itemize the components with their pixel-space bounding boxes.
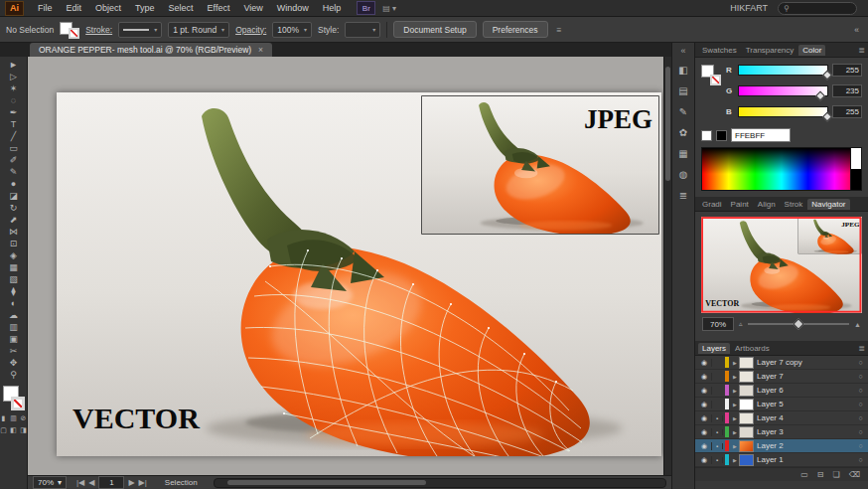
document-setup-button[interactable]: Document Setup — [393, 21, 476, 38]
layer-name[interactable]: Layer 4 — [757, 413, 855, 422]
color-fill-stroke-proxy[interactable] — [701, 64, 721, 85]
none-button[interactable]: ⊘ — [20, 414, 27, 422]
search-box[interactable]: ⚲ — [778, 2, 857, 15]
align-menu-icon[interactable]: ≡ — [554, 25, 565, 35]
next-artboard-button[interactable]: ▶ — [128, 478, 134, 487]
hex-value-input[interactable] — [731, 128, 791, 142]
layer-name[interactable]: Layer 2 — [757, 441, 855, 450]
lock-icon[interactable]: ▪ — [712, 429, 723, 435]
expand-arrow-icon[interactable]: ▶ — [731, 388, 739, 394]
zoom-dropdown[interactable]: 70% ▾ — [33, 476, 67, 489]
layer-name[interactable]: Layer 7 — [757, 372, 855, 381]
line-tool[interactable]: ╱ — [2, 130, 26, 142]
artboard-number-input[interactable] — [98, 476, 124, 489]
direct-selection-tool[interactable]: ▷ — [2, 71, 26, 82]
channel-r-knob[interactable] — [822, 71, 832, 81]
dock-swatches-icon[interactable]: ▤ — [674, 83, 692, 97]
tab-gradi[interactable]: Gradi — [698, 199, 726, 210]
artwork-image[interactable] — [57, 92, 661, 456]
color-spectrum[interactable] — [701, 147, 862, 191]
lasso-tool[interactable]: ◌ — [2, 94, 26, 106]
expand-arrow-icon[interactable]: ▶ — [731, 374, 739, 380]
dock-brushes-icon[interactable]: ✎ — [674, 104, 692, 118]
arrange-documents-icon[interactable]: ▤ ▾ — [382, 4, 396, 13]
draw-behind-button[interactable]: ◧ — [10, 426, 17, 434]
vertical-scrollbar-thumb[interactable] — [665, 67, 670, 181]
menu-item-type[interactable]: Type — [128, 3, 162, 13]
search-input[interactable] — [793, 3, 851, 14]
brush-preset-dropdown[interactable]: 1 pt. Round ▾ — [168, 22, 229, 38]
tab-paint[interactable]: Paint — [727, 199, 753, 210]
layer-row-layer-1[interactable]: ◉▪▶Layer 1○ — [695, 453, 868, 467]
color-stroke-swatch[interactable] — [710, 75, 721, 85]
slice-tool[interactable]: ✂ — [2, 345, 26, 357]
menu-item-object[interactable]: Object — [88, 3, 128, 13]
blob-brush-tool[interactable]: ● — [2, 178, 26, 190]
selection-tool[interactable]: ► — [2, 59, 26, 71]
color-button[interactable]: ▮ — [0, 414, 7, 422]
stroke-weight-dropdown[interactable]: ▾ — [118, 22, 162, 38]
tab-artboards[interactable]: Artboards — [731, 343, 774, 354]
tab-align[interactable]: Align — [754, 199, 780, 210]
expand-arrow-icon[interactable]: ▶ — [731, 443, 739, 449]
type-tool[interactable]: T — [2, 118, 26, 130]
zoom-slider-thumb[interactable] — [793, 318, 803, 329]
tab-color[interactable]: Color — [798, 45, 825, 56]
draw-inside-button[interactable]: ◨ — [20, 426, 27, 434]
eyedropper-tool[interactable]: ⧫ — [2, 285, 26, 297]
artboard-tool[interactable]: ▣ — [2, 333, 26, 345]
lock-icon[interactable]: ▪ — [712, 457, 723, 463]
target-circle-icon[interactable]: ○ — [855, 359, 866, 366]
hand-tool[interactable]: ✥ — [2, 357, 26, 369]
spectrum-black-swatch[interactable] — [850, 169, 861, 190]
toolbar-fill-stroke-widget[interactable] — [3, 386, 25, 410]
pencil-tool[interactable]: ✎ — [2, 166, 26, 178]
expand-arrow-icon[interactable]: ▶ — [731, 360, 739, 366]
visibility-eye-icon[interactable]: ◉ — [697, 359, 712, 367]
expand-arrow-icon[interactable]: ▶ — [731, 415, 739, 421]
scale-tool[interactable]: ⬈ — [2, 214, 26, 226]
visibility-eye-icon[interactable]: ◉ — [697, 401, 712, 408]
expand-arrow-icon[interactable]: ▶ — [731, 429, 739, 435]
menu-item-select[interactable]: Select — [162, 3, 201, 13]
horizontal-scrollbar[interactable] — [214, 478, 666, 488]
canvas-area[interactable] — [28, 57, 663, 475]
tab-strok[interactable]: Strok — [781, 199, 807, 210]
symbol-sprayer-tool[interactable]: ☁ — [2, 309, 26, 321]
pen-tool[interactable]: ✒ — [2, 106, 26, 118]
layer-row-layer-7[interactable]: ◉▶Layer 7○ — [695, 370, 868, 384]
draw-normal-button[interactable]: ▢ — [0, 426, 7, 434]
tab-navigator[interactable]: Navigator — [807, 199, 849, 210]
menu-item-effect[interactable]: Effect — [201, 3, 237, 13]
dock-color-icon[interactable]: ◧ — [674, 63, 692, 77]
document-tab[interactable]: ORANGE PEPPER- mesh tool.ai @ 70% (RGB/P… — [30, 43, 272, 57]
visibility-eye-icon[interactable]: ◉ — [697, 387, 712, 395]
collapse-control-bar-icon[interactable]: « — [851, 25, 862, 35]
rotate-tool[interactable]: ↻ — [2, 202, 26, 214]
dock-links-icon[interactable]: ◍ — [674, 167, 692, 181]
magic-wand-tool[interactable]: ✶ — [2, 82, 26, 94]
channel-b-knob[interactable] — [822, 112, 832, 122]
delete-layer-icon[interactable]: ⌫ — [849, 470, 860, 479]
layer-row-layer-3[interactable]: ◉▪▶Layer 3○ — [695, 425, 868, 439]
close-icon[interactable]: × — [258, 45, 263, 55]
dock-mesh-icon[interactable]: ▦ — [674, 146, 692, 160]
preferences-button[interactable]: Preferences — [483, 21, 548, 38]
rectangle-tool[interactable]: ▭ — [2, 142, 26, 154]
channel-g-value[interactable]: 235 — [832, 84, 862, 97]
spectrum-white-swatch[interactable] — [850, 148, 861, 169]
workspace-switcher[interactable]: HIKFART — [730, 3, 768, 13]
channel-r-value[interactable]: 255 — [832, 64, 862, 77]
style-dropdown[interactable]: ▾ — [345, 22, 380, 38]
bridge-icon[interactable]: Br — [357, 1, 375, 15]
gradient-button[interactable]: ▥ — [10, 414, 17, 422]
tab-transparency[interactable]: Transparency — [742, 45, 798, 56]
target-circle-icon[interactable]: ○ — [855, 456, 866, 463]
channel-b-value[interactable]: 255 — [832, 105, 862, 118]
make-mask-icon[interactable]: ▭ — [800, 470, 808, 479]
new-layer-icon[interactable]: ❏ — [833, 470, 840, 479]
visibility-eye-icon[interactable]: ◉ — [697, 442, 712, 450]
width-tool[interactable]: ⋈ — [2, 226, 26, 238]
opacity-label[interactable]: Opacity: — [235, 25, 266, 35]
illustrator-logo-icon[interactable]: Ai — [5, 1, 24, 16]
